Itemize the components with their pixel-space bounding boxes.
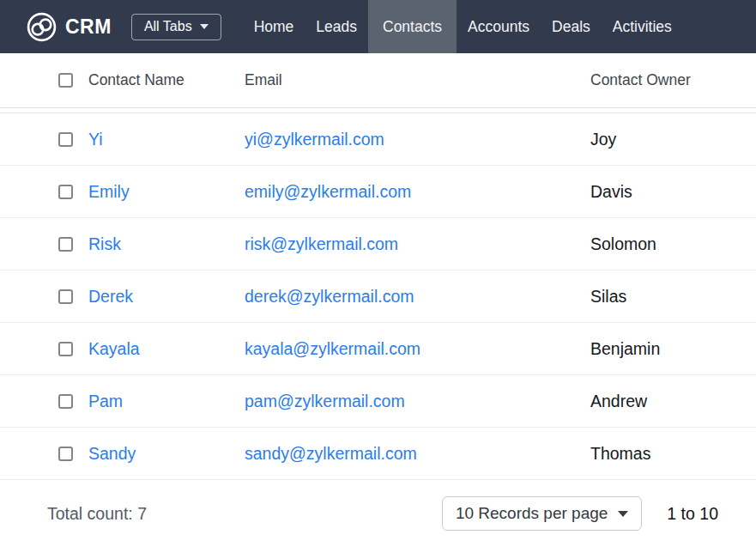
nav-menu: Home Leads Contacts Accounts Deals Activ… [243, 0, 683, 53]
table-header-row: Contact Name Email Contact Owner [0, 53, 756, 108]
table-row: Pam pam@zylkermail.com Andrew [0, 375, 756, 428]
table-row: Risk risk@zylkermail.com Solomon [0, 218, 756, 270]
nav-item-contacts[interactable]: Contacts [368, 0, 457, 53]
top-navbar: CRM All Tabs Home Leads Contacts Account… [0, 0, 756, 53]
row-checkbox[interactable] [58, 237, 73, 252]
chevron-down-icon [618, 511, 628, 517]
table-row: Emily emily@zylkermail.com Davis [0, 166, 756, 218]
row-checkbox[interactable] [58, 132, 73, 147]
contact-owner: Silas [590, 287, 756, 307]
records-per-page-label: 10 Records per page [456, 504, 608, 523]
contacts-list: Contact Name Email Contact Owner Yi yi@z… [0, 53, 756, 480]
contact-name-link[interactable]: Emily [88, 182, 245, 202]
contact-owner: Davis [590, 182, 756, 202]
contact-name-link[interactable]: Pam [88, 392, 245, 411]
contact-name-link[interactable]: Yi [88, 130, 245, 149]
row-checkbox[interactable] [58, 289, 73, 304]
contact-owner: Benjamin [590, 339, 756, 359]
nav-item-home[interactable]: Home [243, 0, 305, 53]
table-row: Kayala kayala@zylkermail.com Benjamin [0, 323, 756, 375]
nav-item-activities[interactable]: Activities [602, 0, 683, 53]
nav-item-leads[interactable]: Leads [305, 0, 368, 53]
all-tabs-dropdown[interactable]: All Tabs [131, 14, 221, 40]
contact-owner: Andrew [590, 392, 756, 411]
contact-owner: Thomas [590, 444, 756, 464]
contact-email-link[interactable]: emily@zylkermail.com [245, 182, 590, 202]
select-all-checkbox[interactable] [58, 73, 73, 88]
row-checkbox[interactable] [58, 342, 73, 356]
contact-email-link[interactable]: pam@zylkermail.com [245, 392, 590, 411]
chevron-down-icon [200, 24, 209, 29]
row-checkbox[interactable] [58, 185, 73, 199]
nav-item-deals[interactable]: Deals [541, 0, 602, 53]
contact-email-link[interactable]: risk@zylkermail.com [245, 234, 590, 254]
table-row: Derek derek@zylkermail.com Silas [0, 270, 756, 323]
column-header-email: Email [245, 71, 590, 89]
row-checkbox[interactable] [58, 447, 73, 461]
contact-email-link[interactable]: sandy@zylkermail.com [245, 444, 590, 464]
brand: CRM [26, 0, 112, 53]
contact-name-link[interactable]: Risk [88, 234, 245, 254]
contact-name-link[interactable]: Derek [88, 287, 245, 307]
brand-name: CRM [65, 15, 112, 39]
contact-email-link[interactable]: yi@zylkermail.com [245, 130, 590, 149]
contact-email-link[interactable]: kayala@zylkermail.com [245, 339, 590, 359]
total-count: Total count: 7 [47, 504, 147, 524]
contact-name-link[interactable]: Sandy [88, 444, 245, 464]
record-range: 1 to 10 [667, 504, 718, 524]
all-tabs-label: All Tabs [144, 19, 192, 34]
row-checkbox[interactable] [58, 394, 73, 409]
contact-email-link[interactable]: derek@zylkermail.com [245, 287, 590, 307]
table-row: Sandy sandy@zylkermail.com Thomas [0, 428, 756, 480]
table-row: Yi yi@zylkermail.com Joy [0, 113, 756, 166]
contact-name-link[interactable]: Kayala [88, 339, 245, 359]
contact-owner: Solomon [590, 234, 756, 254]
nav-item-accounts[interactable]: Accounts [457, 0, 541, 53]
contact-owner: Joy [590, 130, 756, 149]
records-per-page-dropdown[interactable]: 10 Records per page [442, 496, 642, 531]
list-footer: Total count: 7 10 Records per page 1 to … [0, 480, 756, 547]
column-header-contact-name: Contact Name [88, 71, 245, 89]
crm-logo-icon [26, 11, 57, 43]
column-header-contact-owner: Contact Owner [590, 71, 756, 89]
